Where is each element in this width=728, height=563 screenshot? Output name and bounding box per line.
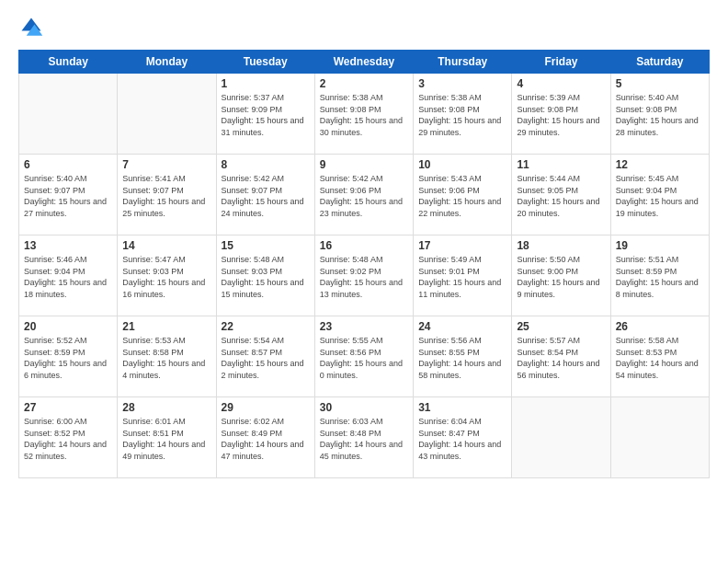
day-number: 13 xyxy=(24,239,112,252)
calendar-cell: 27Sunrise: 6:00 AMSunset: 8:52 PMDayligh… xyxy=(19,397,118,478)
calendar-cell: 10Sunrise: 5:43 AMSunset: 9:06 PMDayligh… xyxy=(414,155,512,236)
calendar-cell: 12Sunrise: 5:45 AMSunset: 9:04 PMDayligh… xyxy=(610,155,709,236)
calendar-cell: 20Sunrise: 5:52 AMSunset: 8:59 PMDayligh… xyxy=(19,316,118,397)
day-info: Sunrise: 5:42 AMSunset: 9:07 PMDaylight:… xyxy=(222,173,310,219)
day-info: Sunrise: 5:48 AMSunset: 9:02 PMDaylight:… xyxy=(320,254,408,300)
day-number: 3 xyxy=(418,77,506,90)
calendar-cell xyxy=(512,397,610,478)
calendar-cell: 17Sunrise: 5:49 AMSunset: 9:01 PMDayligh… xyxy=(414,236,512,316)
day-info: Sunrise: 6:03 AMSunset: 8:48 PMDaylight:… xyxy=(320,416,408,462)
day-number: 16 xyxy=(320,239,408,252)
day-info: Sunrise: 5:43 AMSunset: 9:06 PMDaylight:… xyxy=(418,173,506,219)
day-number: 26 xyxy=(616,320,704,333)
calendar-cell: 28Sunrise: 6:01 AMSunset: 8:51 PMDayligh… xyxy=(118,397,216,478)
day-number: 5 xyxy=(616,77,704,90)
day-number: 18 xyxy=(517,239,605,252)
day-number: 8 xyxy=(222,158,310,171)
day-number: 24 xyxy=(418,320,506,333)
calendar-cell: 15Sunrise: 5:48 AMSunset: 9:03 PMDayligh… xyxy=(216,236,314,316)
day-number: 31 xyxy=(418,401,506,414)
logo-icon xyxy=(18,15,44,40)
day-number: 27 xyxy=(24,401,112,414)
day-info: Sunrise: 6:01 AMSunset: 8:51 PMDaylight:… xyxy=(122,416,210,462)
day-info: Sunrise: 5:53 AMSunset: 8:58 PMDaylight:… xyxy=(122,335,210,381)
day-info: Sunrise: 6:04 AMSunset: 8:47 PMDaylight:… xyxy=(418,416,506,462)
day-info: Sunrise: 5:52 AMSunset: 8:59 PMDaylight:… xyxy=(24,335,112,381)
calendar-cell: 23Sunrise: 5:55 AMSunset: 8:56 PMDayligh… xyxy=(314,316,413,397)
calendar-cell: 30Sunrise: 6:03 AMSunset: 8:48 PMDayligh… xyxy=(314,397,413,478)
calendar-cell: 29Sunrise: 6:02 AMSunset: 8:49 PMDayligh… xyxy=(216,397,314,478)
day-number: 6 xyxy=(24,158,112,171)
weekday-header: Saturday xyxy=(610,51,709,74)
calendar-cell: 25Sunrise: 5:57 AMSunset: 8:54 PMDayligh… xyxy=(512,316,610,397)
day-number: 15 xyxy=(222,239,310,252)
day-info: Sunrise: 5:55 AMSunset: 8:56 PMDaylight:… xyxy=(320,335,408,381)
weekday-header: Sunday xyxy=(19,51,118,74)
calendar-cell xyxy=(610,397,709,478)
day-number: 29 xyxy=(222,401,310,414)
calendar-cell: 22Sunrise: 5:54 AMSunset: 8:57 PMDayligh… xyxy=(216,316,314,397)
calendar-week-row: 13Sunrise: 5:46 AMSunset: 9:04 PMDayligh… xyxy=(19,236,710,316)
calendar-cell: 21Sunrise: 5:53 AMSunset: 8:58 PMDayligh… xyxy=(118,316,216,397)
day-number: 4 xyxy=(517,77,605,90)
day-number: 30 xyxy=(320,401,408,414)
calendar-cell: 14Sunrise: 5:47 AMSunset: 9:03 PMDayligh… xyxy=(118,236,216,316)
calendar-cell: 11Sunrise: 5:44 AMSunset: 9:05 PMDayligh… xyxy=(512,155,610,236)
calendar-cell: 1Sunrise: 5:37 AMSunset: 9:09 PMDaylight… xyxy=(216,74,314,155)
weekday-header: Thursday xyxy=(414,51,512,74)
day-info: Sunrise: 5:37 AMSunset: 9:09 PMDaylight:… xyxy=(222,92,310,138)
day-info: Sunrise: 5:39 AMSunset: 9:08 PMDaylight:… xyxy=(517,92,605,138)
calendar-cell: 31Sunrise: 6:04 AMSunset: 8:47 PMDayligh… xyxy=(414,397,512,478)
day-info: Sunrise: 6:00 AMSunset: 8:52 PMDaylight:… xyxy=(24,416,112,462)
day-info: Sunrise: 5:57 AMSunset: 8:54 PMDaylight:… xyxy=(517,335,605,381)
day-number: 2 xyxy=(320,77,408,90)
day-info: Sunrise: 5:41 AMSunset: 9:07 PMDaylight:… xyxy=(122,173,210,219)
day-info: Sunrise: 5:56 AMSunset: 8:55 PMDaylight:… xyxy=(418,335,506,381)
day-number: 10 xyxy=(418,158,506,171)
day-info: Sunrise: 5:40 AMSunset: 9:08 PMDaylight:… xyxy=(616,92,704,138)
weekday-header: Tuesday xyxy=(216,51,314,74)
calendar-cell: 7Sunrise: 5:41 AMSunset: 9:07 PMDaylight… xyxy=(118,155,216,236)
calendar-cell: 2Sunrise: 5:38 AMSunset: 9:08 PMDaylight… xyxy=(314,74,413,155)
day-number: 14 xyxy=(122,239,210,252)
day-number: 12 xyxy=(616,158,704,171)
logo xyxy=(18,15,48,40)
calendar-cell: 19Sunrise: 5:51 AMSunset: 8:59 PMDayligh… xyxy=(610,236,709,316)
day-info: Sunrise: 5:38 AMSunset: 9:08 PMDaylight:… xyxy=(418,92,506,138)
day-info: Sunrise: 5:46 AMSunset: 9:04 PMDaylight:… xyxy=(24,254,112,300)
calendar-cell: 6Sunrise: 5:40 AMSunset: 9:07 PMDaylight… xyxy=(19,155,118,236)
calendar-table: SundayMondayTuesdayWednesdayThursdayFrid… xyxy=(18,50,710,478)
day-info: Sunrise: 5:38 AMSunset: 9:08 PMDaylight:… xyxy=(320,92,408,138)
calendar-cell: 24Sunrise: 5:56 AMSunset: 8:55 PMDayligh… xyxy=(414,316,512,397)
calendar-cell: 13Sunrise: 5:46 AMSunset: 9:04 PMDayligh… xyxy=(19,236,118,316)
day-info: Sunrise: 6:02 AMSunset: 8:49 PMDaylight:… xyxy=(222,416,310,462)
weekday-header: Friday xyxy=(512,51,610,74)
day-info: Sunrise: 5:50 AMSunset: 9:00 PMDaylight:… xyxy=(517,254,605,300)
calendar-cell: 8Sunrise: 5:42 AMSunset: 9:07 PMDaylight… xyxy=(216,155,314,236)
calendar-cell: 4Sunrise: 5:39 AMSunset: 9:08 PMDaylight… xyxy=(512,74,610,155)
day-number: 28 xyxy=(122,401,210,414)
day-number: 23 xyxy=(320,320,408,333)
calendar-cell: 9Sunrise: 5:42 AMSunset: 9:06 PMDaylight… xyxy=(314,155,413,236)
day-info: Sunrise: 5:45 AMSunset: 9:04 PMDaylight:… xyxy=(616,173,704,219)
day-info: Sunrise: 5:40 AMSunset: 9:07 PMDaylight:… xyxy=(24,173,112,219)
day-info: Sunrise: 5:48 AMSunset: 9:03 PMDaylight:… xyxy=(222,254,310,300)
weekday-header: Monday xyxy=(118,51,216,74)
day-number: 20 xyxy=(24,320,112,333)
weekday-header-row: SundayMondayTuesdayWednesdayThursdayFrid… xyxy=(19,51,710,74)
calendar-week-row: 6Sunrise: 5:40 AMSunset: 9:07 PMDaylight… xyxy=(19,155,710,236)
day-info: Sunrise: 5:51 AMSunset: 8:59 PMDaylight:… xyxy=(616,254,704,300)
day-number: 11 xyxy=(517,158,605,171)
calendar-week-row: 20Sunrise: 5:52 AMSunset: 8:59 PMDayligh… xyxy=(19,316,710,397)
day-info: Sunrise: 5:49 AMSunset: 9:01 PMDaylight:… xyxy=(418,254,506,300)
calendar-cell: 18Sunrise: 5:50 AMSunset: 9:00 PMDayligh… xyxy=(512,236,610,316)
calendar-cell: 16Sunrise: 5:48 AMSunset: 9:02 PMDayligh… xyxy=(314,236,413,316)
day-number: 7 xyxy=(122,158,210,171)
calendar-cell: 5Sunrise: 5:40 AMSunset: 9:08 PMDaylight… xyxy=(610,74,709,155)
day-info: Sunrise: 5:58 AMSunset: 8:53 PMDaylight:… xyxy=(616,335,704,381)
day-number: 1 xyxy=(222,77,310,90)
day-number: 19 xyxy=(616,239,704,252)
calendar-week-row: 1Sunrise: 5:37 AMSunset: 9:09 PMDaylight… xyxy=(19,74,710,155)
calendar-cell xyxy=(19,74,118,155)
calendar-cell: 3Sunrise: 5:38 AMSunset: 9:08 PMDaylight… xyxy=(414,74,512,155)
